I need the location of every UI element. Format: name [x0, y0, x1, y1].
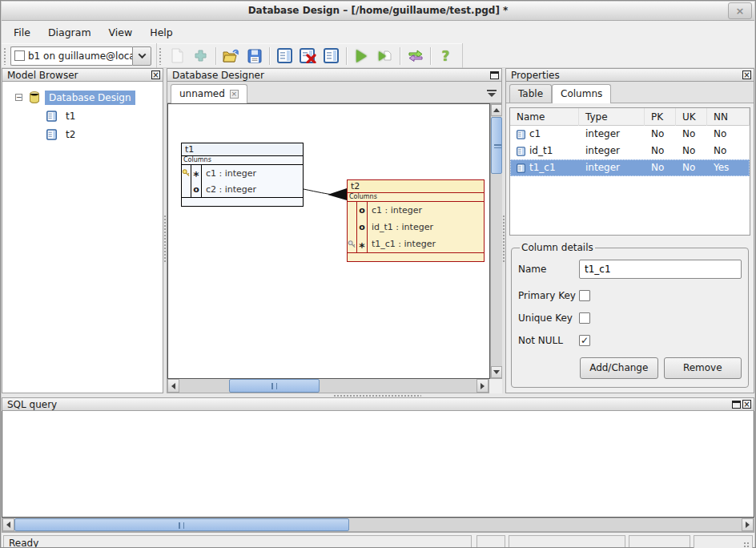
help-button[interactable]: ? — [435, 46, 456, 66]
connection-checkbox[interactable] — [14, 50, 25, 61]
tree-item-label[interactable]: t1 — [62, 109, 79, 123]
tree-item-database-design[interactable]: − Database Design — [2, 88, 163, 107]
sql-horizontal-scrollbar[interactable] — [2, 518, 754, 532]
new-document-button[interactable] — [167, 46, 188, 66]
canvas-vertical-scrollbar[interactable] — [490, 103, 503, 379]
connection-entry[interactable]: b1 on guillaume@localh — [10, 46, 132, 66]
unique-key-checkbox[interactable] — [579, 312, 590, 324]
arrow-left-icon — [171, 383, 175, 389]
close-icon[interactable]: × — [151, 71, 160, 79]
menu-help[interactable]: Help — [141, 23, 182, 42]
scroll-left-button[interactable] — [2, 518, 14, 531]
column-text: c1 : integer — [368, 202, 484, 219]
tab-table[interactable]: Table — [509, 84, 552, 103]
column-header-uk[interactable]: UK — [676, 108, 707, 126]
nullable-flag: o — [357, 219, 368, 236]
sql-query-editor[interactable] — [2, 411, 754, 518]
entity-t1[interactable]: t1 Columns * c1 : integer — [181, 143, 304, 207]
vertical-splitter[interactable] — [163, 68, 167, 393]
remove-button[interactable]: Remove — [664, 357, 742, 379]
run-script-button[interactable] — [374, 46, 396, 66]
scroll-up-button[interactable] — [491, 104, 502, 116]
entity-name: t1 — [182, 143, 303, 156]
titlebar: Database Design – [/home/guillaume/test.… — [2, 2, 754, 21]
grid-row-t1_c1[interactable]: t1_c1 integer No No Yes — [510, 159, 750, 176]
column-name-input[interactable] — [579, 260, 742, 279]
sql-title: SQL query — [7, 399, 57, 410]
grid-row-c1[interactable]: c1 integer No No No — [510, 126, 750, 143]
scroll-right-button[interactable] — [742, 518, 754, 531]
tree-item-label[interactable]: t2 — [62, 127, 79, 142]
arrow-up-icon — [493, 108, 500, 112]
arrow-right-icon — [481, 383, 485, 389]
delete-table-button[interactable] — [297, 46, 319, 66]
scroll-right-button[interactable] — [477, 379, 489, 393]
column-header-name[interactable]: Name — [510, 108, 579, 126]
properties-tabbar: Table Columns — [506, 82, 754, 103]
table-icon — [517, 147, 525, 156]
tree-item-t2[interactable]: t2 — [2, 125, 163, 143]
primary-key-checkbox[interactable] — [579, 290, 590, 301]
horizontal-splitter[interactable] — [2, 393, 754, 397]
grid-row-id_t1[interactable]: id_t1 integer No No No — [510, 143, 750, 159]
diagram-canvas[interactable]: t1 Columns * c1 : integer — [167, 103, 490, 379]
add-button[interactable] — [190, 46, 211, 66]
connection-combobox[interactable]: b1 on guillaume@localh — [10, 46, 151, 66]
connection-dropdown-button[interactable] — [132, 46, 151, 66]
tab-list-icon — [487, 90, 497, 91]
toolbar-drag-handle[interactable] — [159, 47, 163, 65]
column-header-pk[interactable]: PK — [645, 108, 676, 126]
tab-columns[interactable]: Columns — [552, 84, 611, 103]
save-button[interactable] — [243, 46, 265, 66]
add-change-button[interactable]: Add/Change — [580, 357, 658, 379]
tree-item-label[interactable]: Database Design — [45, 91, 135, 105]
detach-icon[interactable] — [490, 71, 499, 79]
scroll-down-button[interactable] — [491, 366, 502, 378]
canvas-horizontal-scrollbar[interactable] — [167, 379, 489, 393]
add-table-button[interactable] — [274, 46, 296, 66]
connection-value: b1 on guillaume@localh — [28, 50, 132, 62]
menu-file[interactable]: File — [5, 23, 39, 42]
model-browser-panel: Model Browser × − Database Design — [2, 68, 163, 393]
plus-icon — [195, 50, 207, 62]
arrow-right-icon — [746, 522, 750, 528]
tree-item-t1[interactable]: t1 — [2, 107, 163, 125]
not-null-checkbox[interactable]: ✓ — [579, 335, 590, 346]
nullable-flag: o — [191, 181, 202, 197]
column-header-nn[interactable]: NN — [707, 108, 750, 126]
collapse-icon[interactable]: − — [15, 94, 22, 101]
scroll-left-button[interactable] — [167, 379, 179, 393]
column-header-type[interactable]: Type — [579, 108, 645, 126]
vertical-splitter[interactable] — [502, 68, 505, 393]
detach-icon[interactable] — [732, 401, 741, 409]
menu-view[interactable]: View — [100, 23, 142, 42]
run-button[interactable] — [351, 46, 372, 66]
tab-unnamed[interactable]: unnamed × — [171, 84, 247, 103]
open-button[interactable] — [220, 46, 242, 66]
column-text: c1 : integer — [202, 165, 303, 181]
horizontal-scroll-thumb[interactable] — [229, 379, 320, 393]
model-tree: − Database Design — [2, 82, 163, 393]
unique-key-label: Unique Key — [518, 312, 579, 324]
tab-list-button[interactable] — [487, 90, 497, 97]
horizontal-scroll-thumb[interactable] — [14, 518, 349, 531]
edit-table-button[interactable] — [320, 46, 342, 66]
help-icon: ? — [442, 48, 450, 64]
cell-name: t1_c1 — [529, 159, 556, 176]
menu-diagram[interactable]: Diagram — [39, 23, 100, 42]
window-close-button[interactable]: × — [728, 2, 752, 19]
tab-label: unnamed — [179, 88, 225, 99]
status-cell — [629, 535, 690, 548]
sync-button[interactable] — [404, 46, 426, 66]
cell-nn: No — [707, 143, 750, 159]
vertical-scroll-thumb[interactable] — [491, 117, 502, 174]
columns-grid: Name Type PK UK NN c1 integer No No No — [509, 107, 750, 236]
toolbar-drag-handle[interactable] — [3, 47, 7, 65]
resize-grip[interactable] — [743, 542, 750, 548]
close-icon[interactable]: × — [742, 400, 751, 409]
statusbar: Ready — [2, 532, 754, 548]
tab-close-icon[interactable]: × — [230, 90, 239, 99]
entity-t2[interactable]: t2 Columns o c1 : integer o id_t1 : inte… — [347, 179, 485, 262]
close-icon[interactable]: × — [742, 71, 751, 79]
status-cell — [694, 535, 753, 548]
